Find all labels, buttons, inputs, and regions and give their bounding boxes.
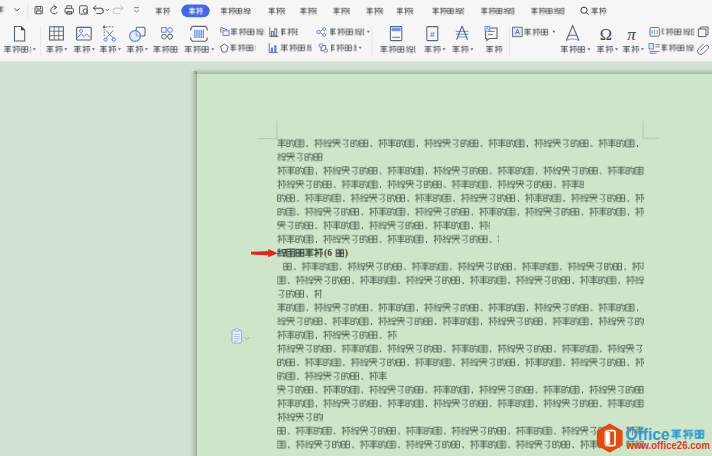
- svg-text:#: #: [430, 30, 435, 39]
- svg-text:π: π: [627, 25, 636, 44]
- svg-text:www.office26.com: www.office26.com: [626, 439, 710, 451]
- svg-text:Ω: Ω: [600, 25, 612, 44]
- svg-text:): ): [345, 248, 348, 259]
- svg-text:(6: (6: [324, 248, 332, 259]
